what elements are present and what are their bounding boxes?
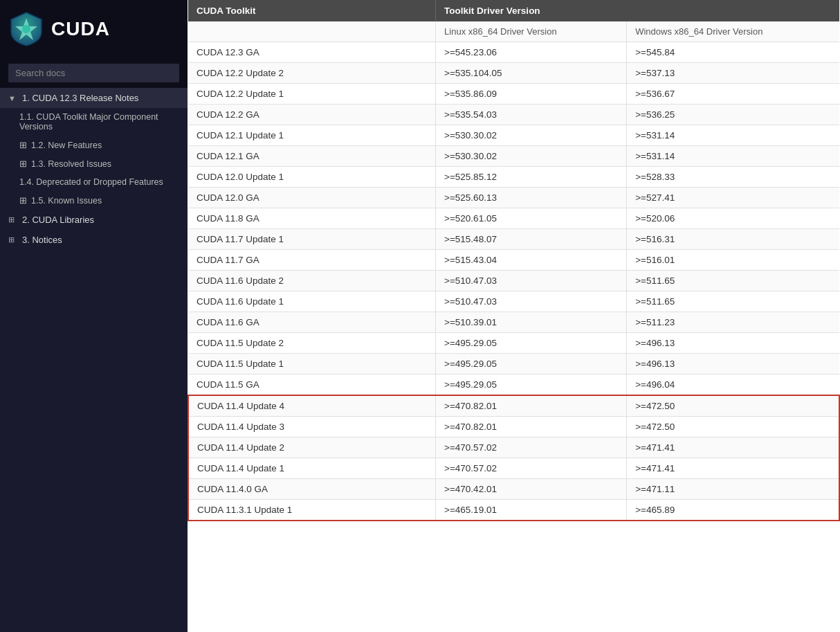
sidebar-item-s1-2[interactable]: ⊞ 1.2. New Features [0, 136, 188, 154]
cell-linux: >=470.82.01 [436, 395, 627, 417]
sidebar-item-s1-3[interactable]: ⊞ 1.3. Resolved Issues [0, 154, 188, 173]
cell-windows: >=471.11 [627, 479, 839, 500]
table-row: CUDA 11.7 GA>=515.43.04>=516.01 [188, 250, 839, 271]
cell-toolkit: CUDA 12.1 GA [188, 146, 436, 167]
table-row: CUDA 11.7 Update 1>=515.48.07>=516.31 [188, 229, 839, 250]
search-input[interactable] [8, 64, 179, 82]
cell-linux: >=535.86.09 [436, 84, 627, 105]
logo-area: CUDA [0, 0, 188, 58]
nav-section: ▼ 1. CUDA 12.3 Release Notes 1.1. CUDA T… [0, 88, 188, 250]
table-row: CUDA 11.5 GA>=495.29.05>=496.04 [188, 374, 839, 396]
cell-windows: >=537.13 [627, 63, 839, 84]
cell-linux: >=510.39.01 [436, 312, 627, 333]
cell-linux: >=495.29.05 [436, 374, 627, 396]
cell-windows: >=472.50 [627, 395, 839, 417]
cell-toolkit: CUDA 11.5 GA [188, 374, 436, 396]
cell-windows: >=496.13 [627, 354, 839, 374]
cell-toolkit: CUDA 11.5 Update 1 [188, 354, 436, 374]
table-row: CUDA 11.4 Update 1>=470.57.02>=471.41 [188, 458, 839, 479]
cell-toolkit: CUDA 11.6 Update 1 [188, 291, 436, 312]
sidebar-item-s1-4[interactable]: 1.4. Deprecated or Dropped Features [0, 173, 188, 191]
table-header-row: CUDA Toolkit Toolkit Driver Version [188, 0, 839, 21]
cell-toolkit: CUDA 11.7 GA [188, 250, 436, 271]
cell-linux: >=510.47.03 [436, 271, 627, 291]
table-subheader-row: Linux x86_64 Driver Version Windows x86_… [188, 21, 839, 42]
sidebar-item-s1-5[interactable]: ⊞ 1.5. Known Issues [0, 191, 188, 210]
table-row: CUDA 11.6 GA>=510.39.01>=511.23 [188, 312, 839, 333]
cell-windows: >=465.89 [627, 500, 839, 521]
cell-windows: >=472.50 [627, 417, 839, 437]
table-body: CUDA 12.3 GA>=545.23.06>=545.84CUDA 12.2… [188, 42, 839, 521]
cell-windows: >=496.13 [627, 333, 839, 354]
expand-icon-s3: ⊞ [8, 235, 18, 244]
cell-toolkit: CUDA 11.7 Update 1 [188, 229, 436, 250]
cell-toolkit: CUDA 12.0 GA [188, 188, 436, 208]
cell-linux: >=510.47.03 [436, 291, 627, 312]
cell-windows: >=511.23 [627, 312, 839, 333]
col-header-driver: Toolkit Driver Version [436, 0, 839, 21]
cell-windows: >=531.14 [627, 125, 839, 146]
cell-linux: >=495.29.05 [436, 354, 627, 374]
svg-point-1 [22, 25, 30, 33]
cell-toolkit: CUDA 12.2 Update 1 [188, 84, 436, 105]
cell-windows: >=471.41 [627, 458, 839, 479]
table-row: CUDA 12.1 GA>=530.30.02>=531.14 [188, 146, 839, 167]
col-header-toolkit: CUDA Toolkit [188, 0, 436, 21]
cell-linux: >=470.82.01 [436, 417, 627, 437]
table-row: CUDA 11.4 Update 2>=470.57.02>=471.41 [188, 437, 839, 458]
cell-linux: >=545.23.06 [436, 42, 627, 63]
cell-windows: >=536.67 [627, 84, 839, 105]
search-area [0, 58, 188, 88]
cuda-versions-table: CUDA Toolkit Toolkit Driver Version Linu… [188, 0, 840, 521]
cell-linux: >=515.43.04 [436, 250, 627, 271]
cell-toolkit: CUDA 12.1 Update 1 [188, 125, 436, 146]
cell-windows: >=536.25 [627, 105, 839, 125]
sidebar-item-section2[interactable]: ⊞ 2. CUDA Libraries [0, 210, 188, 230]
cell-toolkit: CUDA 11.3.1 Update 1 [188, 500, 436, 521]
expand-icon-s2: ⊞ [8, 215, 18, 224]
cell-toolkit: CUDA 12.2 Update 2 [188, 63, 436, 84]
cell-windows: >=527.41 [627, 188, 839, 208]
cell-toolkit: CUDA 11.4 Update 3 [188, 417, 436, 437]
cell-linux: >=525.60.13 [436, 188, 627, 208]
collapse-icon: ▼ [8, 94, 18, 102]
cell-windows: >=520.06 [627, 208, 839, 229]
table-row: CUDA 12.2 Update 2>=535.104.05>=537.13 [188, 63, 839, 84]
table-row: CUDA 11.6 Update 2>=510.47.03>=511.65 [188, 271, 839, 291]
subheader-windows: Windows x86_64 Driver Version [627, 21, 839, 42]
sidebar-item-s1-1[interactable]: 1.1. CUDA Toolkit Major Component Versio… [0, 108, 188, 136]
cuda-logo-icon [8, 11, 44, 47]
table-row: CUDA 12.2 GA>=535.54.03>=536.25 [188, 105, 839, 125]
table-row: CUDA 11.8 GA>=520.61.05>=520.06 [188, 208, 839, 229]
cell-linux: >=530.30.02 [436, 125, 627, 146]
expand-icon-s1-5: ⊞ [19, 195, 27, 206]
table-row: CUDA 11.5 Update 1>=495.29.05>=496.13 [188, 354, 839, 374]
cell-linux: >=535.54.03 [436, 105, 627, 125]
table-row: CUDA 11.5 Update 2>=495.29.05>=496.13 [188, 333, 839, 354]
sidebar-item-section1[interactable]: ▼ 1. CUDA 12.3 Release Notes [0, 88, 188, 108]
cell-windows: >=516.01 [627, 250, 839, 271]
cell-toolkit: CUDA 11.6 Update 2 [188, 271, 436, 291]
cell-linux: >=470.42.01 [436, 479, 627, 500]
cell-linux: >=470.57.02 [436, 437, 627, 458]
cell-linux: >=530.30.02 [436, 146, 627, 167]
sidebar: CUDA ▼ 1. CUDA 12.3 Release Notes 1.1. C… [0, 0, 188, 632]
cell-linux: >=535.104.05 [436, 63, 627, 84]
sidebar-item-section3[interactable]: ⊞ 3. Notices [0, 230, 188, 250]
table-row: CUDA 12.1 Update 1>=530.30.02>=531.14 [188, 125, 839, 146]
cell-windows: >=528.33 [627, 167, 839, 188]
cell-windows: >=531.14 [627, 146, 839, 167]
cell-toolkit: CUDA 11.4.0 GA [188, 479, 436, 500]
logo-text: CUDA [51, 18, 110, 40]
cell-toolkit: CUDA 11.4 Update 2 [188, 437, 436, 458]
cell-windows: >=511.65 [627, 291, 839, 312]
cell-linux: >=495.29.05 [436, 333, 627, 354]
cell-toolkit: CUDA 11.4 Update 4 [188, 395, 436, 417]
table-row: CUDA 12.2 Update 1>=535.86.09>=536.67 [188, 84, 839, 105]
cell-toolkit: CUDA 12.0 Update 1 [188, 167, 436, 188]
cell-toolkit: CUDA 11.4 Update 1 [188, 458, 436, 479]
cell-toolkit: CUDA 12.2 GA [188, 105, 436, 125]
cell-linux: >=520.61.05 [436, 208, 627, 229]
section1-children: 1.1. CUDA Toolkit Major Component Versio… [0, 108, 188, 210]
cell-toolkit: CUDA 12.3 GA [188, 42, 436, 63]
